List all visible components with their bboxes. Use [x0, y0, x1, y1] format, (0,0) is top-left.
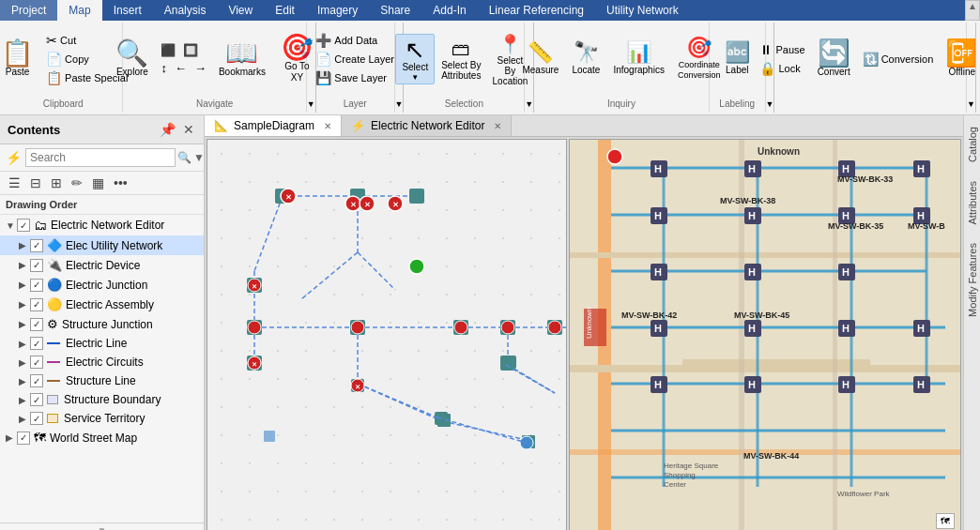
layer-item-structure-junction[interactable]: ▶ ⚙ Structure Junction	[0, 314, 204, 334]
layer-item-service-territory[interactable]: ▶ Service Territory	[0, 409, 204, 428]
sidebar-close-icon[interactable]: ✕	[181, 121, 196, 138]
layout-icon[interactable]: ▦	[89, 174, 107, 191]
select-by-attributes-button[interactable]: 🗃 Select ByAttributes	[438, 38, 483, 82]
svg-text:MV-SW-BK-45: MV-SW-BK-45	[734, 310, 789, 320]
modify-features-tab[interactable]: Modify Features	[965, 235, 980, 325]
layer-item-electric-line[interactable]: ▶ Electric Line	[0, 334, 204, 353]
locate-button[interactable]: 🔭 Locate	[568, 40, 604, 78]
layer-item-structure-line[interactable]: ▶ Structure Line	[0, 371, 204, 390]
electric-editor-tab-icon: ⚡	[351, 119, 365, 132]
tab-linear-referencing[interactable]: Linear Referencing	[478, 0, 595, 21]
zoom-in-button[interactable]: ⬛	[158, 42, 178, 58]
tab-imagery[interactable]: Imagery	[306, 0, 369, 21]
conversion-btn[interactable]: 🔃 Conversion	[860, 51, 937, 68]
diagram-panel[interactable]: ✕ ✕ ✕ ✕ ✕ ✕	[207, 139, 567, 530]
catalog-tab[interactable]: Catalog	[965, 119, 980, 170]
filter-icon[interactable]: ⚡	[6, 150, 22, 165]
create-layer-button[interactable]: 📄 Create Layer	[313, 51, 397, 68]
tab-edit[interactable]: Edit	[264, 0, 306, 21]
bookmarks-button[interactable]: 📖 Bookmarks	[213, 38, 271, 81]
layer-checkbox-electric-assembly[interactable]	[30, 298, 43, 311]
layer-name-electric-assembly: Electric Assembly	[66, 298, 154, 311]
tab-sample-diagram[interactable]: 📐 SampleDiagram ✕	[205, 115, 342, 136]
svg-text:H: H	[917, 379, 925, 390]
add-data-button[interactable]: ➕ Add Data	[313, 32, 397, 49]
layer-checkbox-electric-network-editor[interactable]	[17, 219, 30, 232]
tab-electric-network-editor[interactable]: ⚡ Electric Network Editor ✕	[342, 115, 512, 136]
layer-checkbox-elec-utility[interactable]	[30, 239, 43, 252]
measure-button[interactable]: 📏 Measure	[518, 40, 562, 78]
sidebar-pin-icon[interactable]: 📌	[158, 121, 177, 138]
electric-editor-tab-label: Electric Network Editor	[371, 119, 484, 132]
electric-editor-close-btn[interactable]: ✕	[494, 121, 501, 131]
search-icon[interactable]: 🔍	[177, 151, 191, 164]
layer-item-electric-junction[interactable]: ▶ 🔵 Electric Junction	[0, 275, 204, 295]
edit-icon[interactable]: ✏	[69, 174, 85, 191]
infographics-button[interactable]: 📊 Infographics	[609, 40, 667, 78]
select-dropdown-icon: ▼	[411, 73, 419, 82]
select-icon: ↖	[405, 38, 425, 62]
nav-fwd-button[interactable]: →	[191, 60, 209, 76]
explore-button[interactable]: 🔍 Explore	[110, 38, 154, 81]
paste-button[interactable]: 📋 Paste	[0, 38, 39, 81]
tab-analysis[interactable]: Analysis	[153, 0, 218, 21]
layer-checkbox-world-street-map[interactable]	[17, 432, 30, 445]
convert-button[interactable]: 🔄 Convert	[812, 38, 856, 81]
lock-button[interactable]: 🔒 Lock	[757, 60, 807, 77]
electric-line-icon	[47, 342, 60, 344]
layer-checkbox-service-territory[interactable]	[30, 412, 43, 425]
utility-expander[interactable]: ▼	[967, 23, 976, 113]
layer-checkbox-electric-junction[interactable]	[30, 279, 43, 292]
search-input[interactable]	[25, 148, 176, 167]
ribbon-group-utility-network: ⏸ Pause 🔒 Lock 🔄 Convert 🔃 Conversion	[774, 23, 967, 113]
layer-item-world-street-map[interactable]: ▶ 🗺 World Street Map	[0, 428, 204, 447]
sample-diagram-close-btn[interactable]: ✕	[324, 121, 331, 131]
layer-checkbox-structure-boundary[interactable]	[30, 393, 43, 406]
node-group-3[interactable]	[409, 189, 424, 204]
layer-item-electric-device[interactable]: ▶ 🔌 Electric Device	[0, 255, 204, 275]
attributes-tab[interactable]: Attributes	[965, 174, 980, 232]
save-layer-button[interactable]: 💾 Save Layer	[313, 69, 397, 86]
tab-view[interactable]: View	[217, 0, 264, 21]
grid-view-icon[interactable]: ⊞	[48, 174, 65, 191]
labeling-btn1[interactable]: 🔤 Label	[720, 40, 754, 78]
expand-arrow-assembly: ▶	[19, 299, 30, 310]
layer-checkbox-electric-line[interactable]	[30, 337, 43, 350]
pause-button[interactable]: ⏸ Pause	[757, 41, 807, 58]
map-layers-icon[interactable]: 🗺	[936, 513, 955, 529]
layer-item-electric-assembly[interactable]: ▶ 🟡 Electric Assembly	[0, 295, 204, 314]
pan-button[interactable]: ↕	[158, 60, 170, 76]
select-button[interactable]: ↖ Select ▼	[395, 34, 435, 84]
electric-circuits-icon	[47, 361, 60, 363]
content-area: 📐 SampleDiagram ✕ ⚡ Electric Network Edi…	[205, 115, 963, 530]
map-panel[interactable]: H H H H H H H H	[569, 139, 961, 530]
layer-item-electric-network-editor[interactable]: ▼ 🗂 Electric Network Editor	[0, 215, 204, 235]
layer-checkbox-structure-line[interactable]	[30, 374, 43, 387]
svg-text:✕: ✕	[252, 283, 257, 290]
tab-utility-network[interactable]: Utility Network	[595, 0, 690, 21]
tab-map[interactable]: Map	[57, 0, 101, 21]
zoom-out-button[interactable]: 🔲	[180, 42, 201, 58]
layer-checkbox-electric-device[interactable]	[30, 259, 43, 272]
tab-project[interactable]: Project	[0, 0, 57, 21]
search-dropdown-icon[interactable]: ▼	[193, 151, 205, 164]
more-icon[interactable]: •••	[111, 174, 130, 191]
utility-expand-icon: ▼	[967, 99, 975, 109]
tab-share[interactable]: Share	[369, 0, 421, 21]
bookmarks-label: Bookmarks	[219, 67, 266, 78]
layer-checkbox-electric-circuits[interactable]	[30, 356, 43, 369]
svg-point-40	[351, 321, 364, 334]
convert-label: Convert	[818, 67, 850, 78]
expand-arrow-struct-junc: ▶	[19, 319, 30, 329]
layer-checkbox-structure-junction[interactable]	[30, 318, 43, 331]
layer-item-structure-boundary[interactable]: ▶ Structure Boundary	[0, 390, 204, 409]
layer-item-elec-utility-network[interactable]: ▶ 🔷 Elec Utility Network	[0, 235, 204, 255]
tab-addin[interactable]: Add-In	[421, 0, 477, 21]
table-view-icon[interactable]: ⊟	[27, 174, 44, 191]
ribbon-scroll-up[interactable]: ▲	[965, 0, 980, 21]
layer-item-electric-circuits[interactable]: ▶ Electric Circuits	[0, 353, 204, 371]
list-view-icon[interactable]: ☰	[6, 174, 23, 191]
svg-text:H: H	[748, 379, 756, 390]
nav-back-button[interactable]: ←	[172, 60, 190, 76]
tab-insert[interactable]: Insert	[102, 0, 153, 21]
